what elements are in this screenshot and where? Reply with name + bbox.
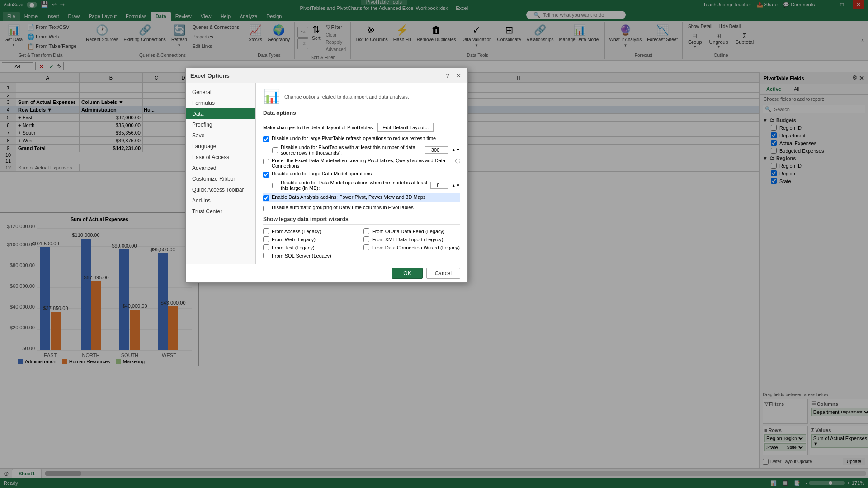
cb5-check[interactable] — [263, 206, 269, 211]
cb3-row: Disable undo for large Data Model operat… — [263, 171, 460, 178]
cb4-label: Enable Data Analysis add-ins: Power Pivo… — [272, 194, 425, 200]
cb2-info-icon: ⓘ — [455, 158, 460, 164]
legacy-text-check[interactable] — [263, 244, 269, 250]
legacy-from-sql: From SQL Server (Legacy) — [263, 253, 360, 258]
cb3sub-check[interactable] — [272, 183, 278, 188]
dialog-footer: OK Cancel — [186, 264, 467, 282]
dialog-close-btn[interactable]: ✕ — [454, 71, 463, 80]
ok-btn[interactable]: OK — [392, 268, 422, 279]
sidebar-item-advanced[interactable]: Advanced — [186, 163, 255, 174]
legacy-from-data-connection: From Data Connection Wizard (Legacy) — [363, 244, 460, 250]
dialog-content-area: 📊 Change options related to data import … — [256, 83, 467, 264]
cb1sub-label: Disable undo for PivotTables with at lea… — [281, 145, 422, 155]
cb1sub-row: Disable undo for PivotTables with at lea… — [263, 145, 460, 155]
cb2-check[interactable] — [263, 159, 269, 164]
dialog-title: Excel Options — [190, 72, 230, 79]
dialog-sidebar: General Formulas Data Proofing Save Lang… — [186, 83, 256, 264]
cb2-label: Prefer the Excel Data Model when creatin… — [272, 158, 453, 169]
legacy-sql-check[interactable] — [263, 253, 269, 258]
dialog-controls: ? ✕ — [443, 71, 463, 80]
default-layout-text: Make changes to the default layout of Pi… — [263, 125, 374, 130]
legacy-from-odata: From OData Data Feed (Legacy) — [363, 228, 460, 234]
dialog-overlay: Excel Options ? ✕ General Formulas Data … — [0, 0, 868, 488]
legacy-section-title: Show legacy data import wizards — [263, 216, 460, 225]
cancel-btn[interactable]: Cancel — [426, 268, 460, 279]
spin-up2[interactable]: ▲▼ — [451, 183, 460, 188]
sidebar-item-data[interactable]: Data — [186, 108, 255, 119]
cb3sub-label: Disable undo for Data Model operations w… — [281, 180, 428, 191]
sidebar-item-customize-ribbon[interactable]: Customize Ribbon — [186, 174, 255, 184]
sidebar-item-language[interactable]: Language — [186, 141, 255, 152]
cb4-row: Enable Data Analysis add-ins: Power Pivo… — [263, 193, 460, 202]
cb1-row: Disable undo for large PivotTable refres… — [263, 136, 460, 142]
dialog-help-btn[interactable]: ? — [443, 71, 452, 80]
dialog-banner: 📊 Change options related to data import … — [263, 89, 460, 104]
cb3sub-row: Disable undo for Data Model operations w… — [263, 180, 460, 191]
legacy-options-grid: From Access (Legacy) From OData Data Fee… — [263, 228, 460, 258]
cb4-check[interactable] — [263, 195, 269, 201]
cb1-check[interactable] — [263, 136, 269, 142]
cb3sub-value[interactable] — [430, 182, 448, 189]
cb1sub-check[interactable] — [272, 147, 278, 153]
legacy-from-xml: From XML Data Import (Legacy) — [363, 236, 460, 242]
legacy-data-conn-check[interactable] — [363, 244, 369, 250]
dialog-title-bar: Excel Options ? ✕ — [186, 68, 467, 83]
edit-default-layout-btn[interactable]: Edit Default Layout... — [377, 123, 434, 132]
legacy-from-access: From Access (Legacy) — [263, 228, 360, 234]
cb2-row: Prefer the Excel Data Model when creatin… — [263, 158, 460, 169]
sidebar-item-proofing[interactable]: Proofing — [186, 119, 255, 130]
spin-up[interactable]: ▲▼ — [451, 148, 460, 152]
section-title: Data options — [263, 110, 460, 118]
excel-options-dialog[interactable]: Excel Options ? ✕ General Formulas Data … — [185, 68, 468, 283]
sidebar-item-ease-of-access[interactable]: Ease of Access — [186, 152, 255, 163]
sidebar-item-trust-center[interactable]: Trust Center — [186, 206, 255, 217]
legacy-xml-check[interactable] — [363, 236, 369, 242]
banner-icon: 📊 — [263, 89, 280, 104]
banner-text: Change options related to data import an… — [284, 94, 409, 99]
sidebar-item-quick-access[interactable]: Quick Access Toolbar — [186, 184, 255, 195]
legacy-web-check[interactable] — [263, 236, 269, 242]
sidebar-item-add-ins[interactable]: Add-ins — [186, 195, 255, 206]
legacy-odata-check[interactable] — [363, 228, 369, 234]
legacy-from-web: From Web (Legacy) — [263, 236, 360, 242]
legacy-from-text: From Text (Legacy) — [263, 244, 360, 250]
cb3-check[interactable] — [263, 172, 269, 178]
cb3-label: Disable undo for large Data Model operat… — [272, 171, 372, 176]
sidebar-item-save[interactable]: Save — [186, 130, 255, 141]
dialog-body: General Formulas Data Proofing Save Lang… — [186, 83, 467, 264]
cb1-label: Disable undo for large PivotTable refres… — [272, 136, 436, 141]
sidebar-item-general[interactable]: General — [186, 87, 255, 98]
cb5-row: Disable automatic grouping of Date/Time … — [263, 205, 460, 211]
legacy-access-check[interactable] — [263, 228, 269, 234]
cb5-label: Disable automatic grouping of Date/Time … — [272, 205, 414, 210]
cb1sub-value[interactable] — [425, 146, 448, 154]
sidebar-item-formulas[interactable]: Formulas — [186, 98, 255, 108]
default-layout-row: Make changes to the default layout of Pi… — [263, 123, 460, 132]
